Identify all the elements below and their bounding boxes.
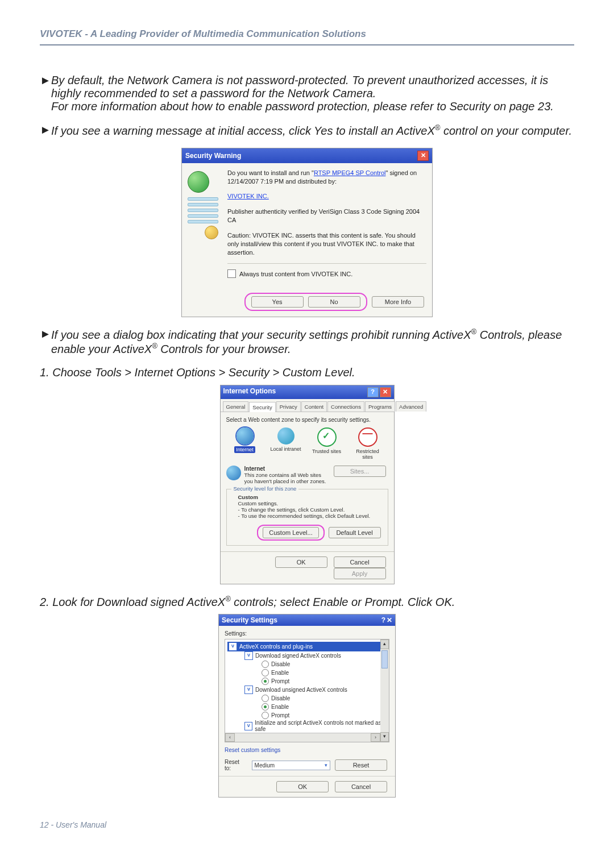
sites-button[interactable]: Sites... bbox=[334, 466, 386, 477]
note-password-line2: For more information about how to enable… bbox=[51, 100, 554, 113]
close-icon[interactable]: ✕ bbox=[380, 387, 391, 397]
check-circle-icon bbox=[317, 427, 337, 447]
group-activex-plugins[interactable]: v ActiveX controls and plug-ins bbox=[227, 642, 387, 651]
note-activex-prohibit: ► If you see a dialog box indicating tha… bbox=[40, 327, 574, 355]
publisher-link[interactable]: VIVOTEK INC. bbox=[227, 193, 269, 200]
activex-node-icon: v bbox=[244, 722, 252, 730]
tab-general[interactable]: General bbox=[223, 401, 249, 412]
settings-listbox[interactable]: v ActiveX controls and plug-ins v Downlo… bbox=[225, 639, 389, 742]
globe-icon bbox=[188, 171, 209, 193]
reset-section-title: Reset custom settings bbox=[225, 747, 389, 753]
default-level-button[interactable]: Default Level bbox=[329, 527, 381, 538]
group-download-signed[interactable]: v Download signed ActiveX controls bbox=[244, 651, 387, 660]
scroll-left-icon[interactable]: ‹ bbox=[225, 733, 235, 742]
apply-button[interactable]: Apply bbox=[334, 568, 386, 579]
tab-content[interactable]: Content bbox=[301, 401, 327, 412]
cancel-button[interactable]: Cancel bbox=[334, 556, 386, 568]
certificate-icon bbox=[188, 197, 218, 239]
custom-line1: Custom settings. bbox=[238, 500, 383, 506]
ok-button[interactable]: OK bbox=[275, 556, 327, 568]
registered-mark: ® bbox=[435, 123, 441, 132]
custom-label: Custom bbox=[238, 494, 383, 500]
reset-button[interactable]: Reset bbox=[335, 759, 387, 771]
always-trust-checkbox[interactable] bbox=[227, 269, 236, 278]
publisher-authenticity: Publisher authenticity verified by VeriS… bbox=[227, 207, 426, 225]
scroll-down-icon[interactable]: ▾ bbox=[380, 732, 389, 742]
zone-local-intranet[interactable]: Local intranet bbox=[269, 427, 302, 460]
no-button[interactable]: No bbox=[308, 296, 360, 308]
note-activex-install: ► If you see a warning message at initia… bbox=[40, 123, 574, 138]
note-password-line1: By default, the Network Camera is not pa… bbox=[51, 74, 548, 99]
security-settings-title: Security Settings bbox=[222, 616, 277, 624]
group-download-unsigned[interactable]: v Download unsigned ActiveX controls bbox=[244, 686, 387, 694]
close-icon[interactable]: ✕ bbox=[387, 616, 392, 624]
scroll-up-icon[interactable]: ▴ bbox=[380, 639, 389, 649]
settings-label: Settings: bbox=[225, 630, 389, 637]
more-info-button[interactable]: More Info bbox=[372, 296, 424, 308]
security-warning-icon-col bbox=[188, 169, 227, 282]
internet-options-dialog: Internet Options ? ✕ General Security Pr… bbox=[220, 385, 395, 584]
opt-signed-disable[interactable]: Disable bbox=[262, 660, 387, 668]
reset-to-label: Reset to: bbox=[225, 759, 247, 771]
note-arrow-icon: ► bbox=[40, 123, 51, 138]
opt-signed-prompt[interactable]: Prompt bbox=[262, 677, 387, 686]
custom-level-button[interactable]: Custom Level... bbox=[263, 527, 318, 538]
page-header: VIVOTEK - A Leading Provider of Multimed… bbox=[40, 28, 574, 44]
opt-unsigned-enable[interactable]: Enable bbox=[262, 703, 387, 711]
scroll-right-icon[interactable]: › bbox=[371, 733, 380, 742]
globe-local-icon bbox=[277, 427, 294, 445]
tab-programs[interactable]: Programs bbox=[365, 401, 395, 412]
opt-unsigned-prompt[interactable]: Prompt bbox=[262, 711, 387, 720]
yes-button[interactable]: Yes bbox=[251, 296, 304, 308]
globe-internet-icon bbox=[237, 427, 254, 445]
zone-trusted[interactable]: Trusted sites bbox=[310, 427, 343, 460]
scroll-thumb[interactable] bbox=[381, 650, 388, 668]
group-init-script[interactable]: v Initialize and script ActiveX controls… bbox=[244, 720, 387, 732]
v-scrollbar[interactable]: ▴ ▾ bbox=[380, 639, 389, 742]
security-warning-title: Security Warning bbox=[185, 152, 241, 160]
custom-line3: - To use the recommended settings, click… bbox=[238, 513, 383, 519]
reset-to-select[interactable]: Medium ▾ bbox=[252, 761, 330, 770]
security-warning-message: Do you want to install and run "RTSP MPE… bbox=[227, 169, 426, 186]
tab-privacy[interactable]: Privacy bbox=[276, 401, 301, 412]
zone-internet[interactable]: Internet bbox=[229, 427, 262, 460]
help-icon[interactable]: ? bbox=[381, 616, 385, 624]
note-activex-post: control on your computer. bbox=[440, 124, 572, 137]
ok-button[interactable]: OK bbox=[276, 781, 329, 792]
zone-info-text: This zone contains all Web sites you hav… bbox=[244, 472, 330, 484]
internet-options-tabs: General Security Privacy Content Connect… bbox=[221, 399, 394, 412]
header-underline bbox=[40, 44, 574, 45]
custom-level-highlight: Custom Level... bbox=[257, 525, 324, 541]
close-icon[interactable]: ✕ bbox=[417, 151, 429, 161]
minus-circle-icon bbox=[358, 427, 377, 447]
zone-info-title: Internet bbox=[244, 466, 330, 472]
security-settings-dialog: Security Settings ? ✕ Settings: v Active… bbox=[218, 614, 396, 798]
zone-restricted[interactable]: Restricted sites bbox=[351, 427, 384, 460]
note-activex-pre: If you see a warning message at initial … bbox=[51, 124, 435, 137]
cancel-button[interactable]: Cancel bbox=[335, 781, 387, 792]
note-password: ► By default, the Network Camera is not … bbox=[40, 74, 574, 113]
step-1: 1. Choose Tools > Internet Options > Sec… bbox=[40, 366, 574, 379]
page-footer: 12 - User's Manual bbox=[40, 820, 574, 829]
zone-select-label: Select a Web content zone to specify its… bbox=[226, 417, 388, 423]
rtsp-control-link[interactable]: RTSP MPEG4 SP Control bbox=[314, 169, 386, 176]
custom-line2: - To change the settings, click Custom L… bbox=[238, 506, 383, 513]
h-scrollbar[interactable]: ‹ › bbox=[225, 733, 380, 742]
content-caution: Caution: VIVOTEK INC. asserts that this … bbox=[227, 231, 426, 257]
yes-no-highlight: Yes No bbox=[244, 293, 367, 311]
opt-signed-enable[interactable]: Enable bbox=[262, 668, 387, 677]
tab-advanced[interactable]: Advanced bbox=[396, 401, 426, 412]
tab-connections[interactable]: Connections bbox=[327, 401, 364, 412]
note-arrow-icon: ► bbox=[40, 327, 51, 355]
internet-options-title: Internet Options bbox=[223, 387, 276, 397]
activex-node-icon: v bbox=[244, 651, 253, 660]
security-warning-dialog: Security Warning ✕ Do you want to instal… bbox=[181, 148, 433, 318]
activex-node-icon: v bbox=[244, 686, 253, 694]
help-icon[interactable]: ? bbox=[367, 387, 379, 397]
opt-unsigned-disable[interactable]: Disable bbox=[262, 694, 387, 703]
security-warning-titlebar: Security Warning ✕ bbox=[182, 148, 432, 163]
always-trust-row: Always trust content from VIVOTEK INC. bbox=[227, 266, 426, 281]
chevron-down-icon: ▾ bbox=[325, 762, 327, 768]
tab-security[interactable]: Security bbox=[249, 402, 275, 412]
step-2: 2. Look for Download signed ActiveX® con… bbox=[40, 595, 574, 609]
